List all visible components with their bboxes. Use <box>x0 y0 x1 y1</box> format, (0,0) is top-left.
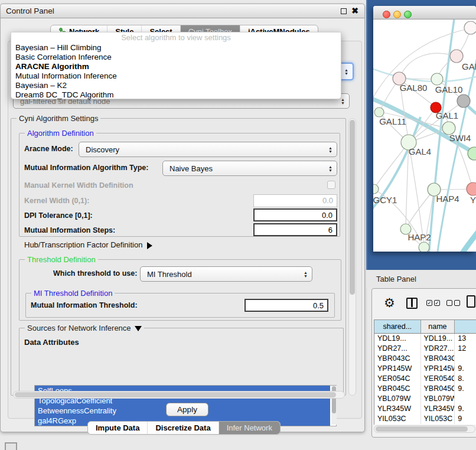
dpi-tolerance-field[interactable]: 0.0 <box>253 208 337 221</box>
spinner-arrows-icon: ▲▼ <box>328 146 332 153</box>
table-cell[interactable]: YIL053C <box>374 414 421 424</box>
show-columns-icon[interactable]: ✓✓ <box>426 300 440 306</box>
mi-threshold-field[interactable]: 0.5 <box>244 299 328 312</box>
table-cell[interactable]: YBL079W <box>421 394 455 404</box>
table-header-row: shared... name <box>374 320 476 334</box>
float-window-icon[interactable] <box>341 8 347 14</box>
table-cell[interactable]: YDL19... <box>421 334 455 344</box>
kernel-width-field[interactable]: 0.0 <box>253 194 337 207</box>
algorithm-option[interactable]: Bayesian – K2 <box>11 81 341 90</box>
expand-arrow-icon[interactable] <box>147 242 152 249</box>
table-cell[interactable]: 9 <box>455 414 476 424</box>
table-cell[interactable]: YBR043C <box>421 354 455 364</box>
column-header-partial[interactable] <box>455 320 476 333</box>
which-threshold-combo[interactable]: MI Threshold ▲▼ <box>140 266 312 282</box>
columns-icon[interactable] <box>406 298 418 309</box>
network-node-gray[interactable] <box>457 94 470 107</box>
network-node-pink[interactable] <box>467 182 476 195</box>
table-cell[interactable] <box>455 394 476 404</box>
attributes-list-scrollbar-thumb[interactable] <box>332 386 336 413</box>
network-node[interactable] <box>464 21 476 34</box>
table-cell[interactable]: 9. <box>455 404 476 414</box>
settings-hscrollbar[interactable] <box>13 391 345 399</box>
table-row[interactable]: YIL053C YIL053C 9 <box>374 414 476 424</box>
table-cell[interactable]: YBR045C <box>374 384 421 394</box>
network-node[interactable] <box>450 50 463 63</box>
aracne-mode-combo[interactable]: Discovery ▲▼ <box>79 142 337 157</box>
network-node-gal11[interactable] <box>374 107 384 117</box>
mac-zoom-button[interactable] <box>404 11 412 18</box>
algorithm-option[interactable]: Bayesian – Hill Climbing <box>11 43 341 53</box>
table-row[interactable]: YBL079W YBL079W <box>374 394 476 404</box>
network-node[interactable] <box>419 242 429 252</box>
table-row[interactable]: YDL19... YDL19... 13 <box>374 334 476 344</box>
table-row[interactable]: YDR27... YDR27... 12 <box>374 344 476 354</box>
table-cell[interactable]: YPR145W <box>421 364 455 374</box>
table-row[interactable]: YLR345W YLR345W 9. <box>374 404 476 414</box>
node-label: GAL11 <box>379 116 406 126</box>
document-icon[interactable] <box>467 295 475 308</box>
collapse-arrow-icon[interactable] <box>135 326 142 331</box>
table-cell[interactable]: YDR27... <box>374 344 421 354</box>
panel-divider[interactable] <box>366 0 367 270</box>
table-hscrollbar-thumb[interactable] <box>376 426 468 432</box>
table-cell[interactable]: YLR345W <box>374 404 421 414</box>
table-row[interactable]: YBR043C YBR043C <box>374 354 476 364</box>
settings-scrollbar-thumb[interactable] <box>350 120 355 295</box>
hub-transcription-row[interactable]: Hub/Transcription Factor Definition <box>24 240 152 249</box>
dock-icon[interactable] <box>5 442 17 450</box>
mac-close-button[interactable] <box>383 11 390 18</box>
hide-columns-icon[interactable] <box>446 300 460 306</box>
network-node-gcy1[interactable] <box>373 184 379 194</box>
mi-threshold-definition-group: MI Threshold Definition Mutual Informati… <box>25 293 335 318</box>
table-cell[interactable]: YDL19... <box>374 334 421 344</box>
table-cell[interactable]: YER054C <box>374 374 421 384</box>
algorithm-option[interactable]: Mutual Information Inference <box>11 71 341 81</box>
table-cell[interactable]: 13 <box>455 334 476 344</box>
table-cell[interactable]: 12 <box>455 344 476 354</box>
table-cell[interactable]: YBR043C <box>374 354 421 364</box>
mi-steps-field[interactable]: 6 <box>253 223 337 236</box>
table-cell[interactable]: YIL053C <box>421 414 455 424</box>
table-cell[interactable]: YBL079W <box>374 394 421 404</box>
table-panel-titlebar: Table Panel <box>366 270 476 288</box>
table-row[interactable]: YER054C YER054C 8. <box>374 374 476 384</box>
column-header-shared-name[interactable]: shared... <box>374 320 421 333</box>
algorithm-option[interactable]: Dream8 DC_TDC Algorithm <box>11 90 341 100</box>
column-header-name[interactable]: name <box>421 320 455 333</box>
algorithm-option[interactable]: Basic Correlation Inference <box>11 53 341 62</box>
table-cell[interactable]: YLR345W <box>421 404 455 414</box>
tab-impute-data[interactable]: Impute Data <box>88 422 147 434</box>
algorithm-definition-title: Algorithm Definition <box>25 129 96 138</box>
close-icon[interactable]: ✖ <box>351 6 358 15</box>
network-window-titlebar[interactable] <box>373 6 476 19</box>
network-node-gal10[interactable] <box>431 73 443 85</box>
table-row[interactable]: YBR045C YBR045C 9. <box>374 384 476 394</box>
tab-discretize-data[interactable]: Discretize Data <box>147 422 218 434</box>
table-cell[interactable]: YPR145W <box>374 364 421 374</box>
table-cell[interactable]: YDR27... <box>421 344 455 354</box>
mac-minimize-button[interactable] <box>393 11 401 18</box>
table-cell[interactable]: 9. <box>455 384 476 394</box>
table-hscrollbar[interactable] <box>374 425 475 433</box>
mi-algorithm-type-value: Naive Bayes <box>169 164 213 173</box>
network-view-window: GAL GAL80 GAL10 GAL1 GAL11 SWI4 GAL4 GCY… <box>373 6 476 252</box>
settings-hscrollbar-thumb[interactable] <box>15 392 336 397</box>
table-cell[interactable]: 9. <box>455 364 476 374</box>
algorithm-option-selected[interactable]: ARACNE Algorithm <box>11 62 341 71</box>
mi-algorithm-type-combo[interactable]: Naive Bayes ▲▼ <box>162 161 337 176</box>
table-cell[interactable]: YBR045C <box>421 384 455 394</box>
network-graph[interactable]: GAL GAL80 GAL10 GAL1 GAL11 SWI4 GAL4 GCY… <box>373 19 476 252</box>
table-cell[interactable]: 8. <box>455 374 476 384</box>
cyni-algorithm-settings-group: Cyni Algorithm Settings Algorithm Defini… <box>11 118 346 396</box>
apply-button[interactable]: Apply <box>166 403 208 416</box>
network-edge[interactable] <box>461 225 476 252</box>
table-cell[interactable]: YER054C <box>421 374 455 384</box>
network-edge[interactable] <box>373 67 476 81</box>
tab-infer-network[interactable]: Infer Network <box>219 422 280 434</box>
settings-scrollbar[interactable] <box>348 118 356 396</box>
table-row[interactable]: YPR145W YPR145W 9. <box>374 364 476 374</box>
manual-kernel-width-checkbox[interactable] <box>327 181 335 189</box>
gear-icon[interactable]: ⚙ <box>384 296 395 310</box>
table-cell[interactable] <box>455 354 476 364</box>
